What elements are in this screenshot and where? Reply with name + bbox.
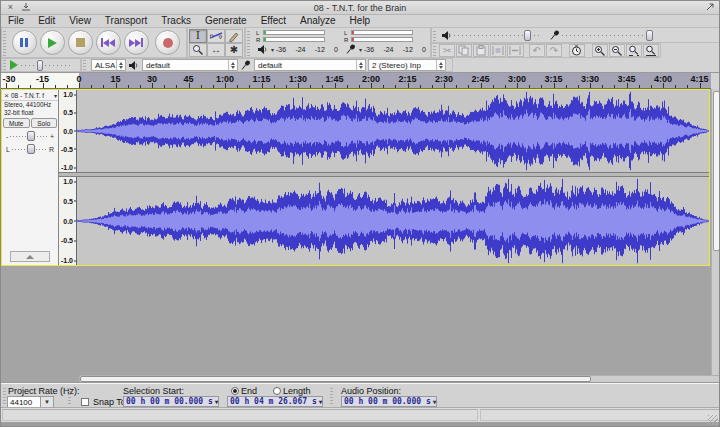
waveform-left-channel[interactable] [77,90,709,172]
recording-volume-slider[interactable] [562,30,654,41]
copy-button[interactable] [456,44,472,57]
track-menu-icon[interactable]: ▾ [54,92,58,99]
trim-button[interactable] [490,44,506,57]
menu-file[interactable]: File [1,15,31,27]
meter-scale-value: 0 [334,46,338,53]
mixer-toolbar [431,27,720,43]
paste-button[interactable] [473,44,489,57]
zoom-fit-button[interactable] [643,44,659,57]
ruler-tick [201,85,202,88]
menu-edit[interactable]: Edit [31,15,62,27]
menu-view[interactable]: View [62,15,98,27]
toolbar-grip[interactable] [3,60,8,70]
waveform-right-channel[interactable] [77,177,709,265]
track-collapse-button[interactable] [10,251,50,262]
slider-thumb[interactable] [646,30,653,41]
menu-tracks[interactable]: Tracks [154,15,198,27]
stop-button[interactable] [68,30,93,55]
slider-thumb[interactable] [27,144,35,154]
ruler-tick [395,85,396,88]
collapse-triangle-icon [26,255,34,259]
toolbar-grip[interactable] [83,60,88,70]
toolbar-grip[interactable] [433,45,437,56]
selection-tool-button[interactable]: I [189,29,207,43]
toolbar-grip[interactable] [247,29,252,56]
skip-to-end-button[interactable] [124,30,149,55]
toolbar-grip[interactable] [433,29,438,41]
meter-dropdown-icon[interactable]: ▾ [271,46,274,53]
slider-thumb[interactable] [37,60,43,71]
playback-device-select[interactable]: default [142,59,238,71]
toolbar-grip[interactable] [68,387,73,404]
pause-button[interactable] [12,30,37,55]
menu-effect[interactable]: Effect [254,15,293,27]
multi-tool-button[interactable]: ✱ [225,43,243,57]
audio-host-select[interactable]: ALSA [91,59,126,71]
zoom-out-button[interactable] [609,44,625,57]
track-area[interactable]: × 08 - T.N.T. f ▾ Stereo, 44100Hz 32-bit… [1,89,711,375]
redo-button[interactable]: ↷ [546,44,562,57]
toolbar-grip[interactable] [3,29,8,56]
end-radio[interactable]: End [231,386,257,396]
slider-thumb[interactable] [524,30,531,41]
meter-toolbar: L R ▾ -36-24-120 L R [245,27,431,58]
ruler-tick [322,85,323,88]
play-button[interactable] [40,30,65,55]
slider-thumb[interactable] [27,131,35,141]
solo-button[interactable]: Solo [31,118,58,128]
playback-volume-slider[interactable] [454,30,542,41]
silence-icon [509,45,521,56]
field-dropdown-icon[interactable]: ▼ [433,398,437,405]
envelope-tool-button[interactable] [207,29,225,43]
undo-button[interactable]: ↶ [529,44,545,57]
selection-end-field[interactable]: 00 h 04 m 26.067 s▼ [227,396,323,407]
recording-channels-select[interactable]: 2 (Stereo) Inp [368,59,446,71]
menu-transport[interactable]: Transport [98,15,154,27]
field-dropdown-icon[interactable]: ▼ [319,398,323,405]
audio-track[interactable]: × 08 - T.N.T. f ▾ Stereo, 44100Hz 32-bit… [1,89,710,266]
play-at-speed-button[interactable] [10,60,18,70]
menu-analyze[interactable]: Analyze [293,15,343,27]
track-control-panel[interactable]: × 08 - T.N.T. f ▾ Stereo, 44100Hz 32-bit… [2,90,59,265]
horizontal-scrollbar-thumb[interactable] [80,376,591,382]
sync-lock-button[interactable] [569,44,585,57]
timeline-ruler[interactable]: -30-1501530451:001:151:301:452:002:152:3… [1,72,711,89]
audio-position-field[interactable]: 00 h 00 m 00.000 s▼ [341,396,437,407]
title-bar[interactable]: × 08 - T.N.T. for the Brain [1,1,719,15]
field-dropdown-icon[interactable]: ▼ [215,398,219,405]
meter-dropdown-icon[interactable]: ▾ [359,46,362,53]
mute-button[interactable]: Mute [3,118,30,128]
vertical-scrollbar[interactable] [711,89,720,375]
vertical-ruler-label: -1.0 [61,257,73,264]
zoom-in-button[interactable] [592,44,608,57]
recording-device-select[interactable]: default [254,59,366,71]
timeshift-tool-button[interactable]: ↔ [207,43,225,57]
recording-meter[interactable]: L R ▾ -36-24-120 [344,30,426,56]
draw-tool-button[interactable] [225,29,243,43]
stop-icon [76,38,85,47]
silence-button[interactable] [507,44,523,57]
zoom-selection-button[interactable] [626,44,642,57]
ruler-label: 1:30 [289,74,307,84]
ruler-tick [91,85,92,88]
record-button[interactable] [155,30,180,55]
resize-grip-icon[interactable] [708,415,718,425]
playback-meter[interactable]: L R ▾ -36-24-120 [256,30,338,56]
horizontal-scrollbar[interactable] [79,375,720,383]
track-close-icon[interactable]: × [2,91,11,100]
toolbar-grip[interactable] [330,387,335,404]
skip-to-start-button[interactable] [96,30,121,55]
pan-slider[interactable]: L R [4,143,56,155]
play-speed-slider[interactable] [21,60,73,71]
ruler-tick [675,85,676,88]
menu-generate[interactable]: Generate [198,15,254,27]
selection-start-field[interactable]: 00 h 00 m 00.000 s▼ [123,396,219,407]
snap-to-checkbox[interactable] [81,398,89,406]
ruler-tick [310,85,311,88]
zoom-tool-button[interactable] [189,43,207,57]
vertical-scrollbar-thumb[interactable] [713,91,720,251]
menu-help[interactable]: Help [343,15,378,27]
cut-button[interactable]: ✂ [439,44,455,57]
gain-slider[interactable]: - + [4,130,56,142]
length-radio[interactable]: Length [273,386,311,396]
